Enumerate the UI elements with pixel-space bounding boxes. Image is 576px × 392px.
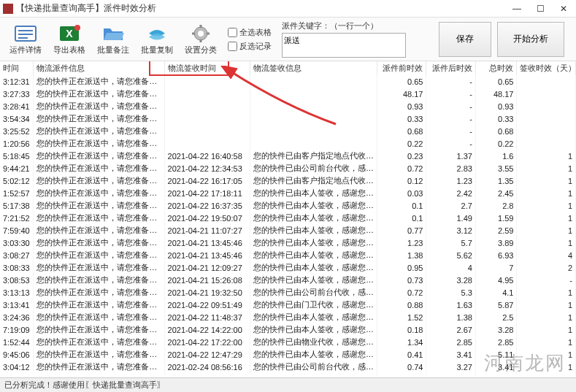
table-row[interactable]: 9:44:21您的快件正在派送中，请您准备…2021-04-22 12:34:5… [0, 162, 576, 174]
cell: 1:52:44 [0, 336, 34, 348]
cell: 1.49 [426, 212, 475, 224]
tool-remark[interactable]: 批量备注 [92, 19, 134, 60]
cell: 4 [475, 373, 517, 375]
table-row[interactable]: 1:52:57您的快件正在派送中，请您准备…2021-04-22 17:18:1… [0, 187, 576, 199]
cell: - [426, 125, 475, 137]
table-row[interactable]: 3:13:13您的快件正在派送中，请您准备…2021-04-21 19:32:5… [0, 286, 576, 299]
cell: 1 [517, 224, 576, 237]
table-row[interactable]: 1:20:56您的快件正在派送中，请您准备…0.22-0.22 [0, 137, 576, 150]
table-row[interactable]: 5:02:12您的快件正在派送中，请您准备…2021-04-22 16:17:0… [0, 174, 576, 187]
cell: 0.93 [475, 100, 517, 112]
table-row[interactable]: 3:25:52您的快件正在派送中，请您准备…0.68-0.68 [0, 125, 576, 137]
table-row[interactable]: 3:54:34您的快件正在派送中，请您准备…0.33-0.33 [0, 112, 576, 125]
app-icon [3, 4, 13, 14]
col-sign[interactable]: 签收时效（天） [517, 61, 576, 75]
cell: 3:08:27 [0, 249, 34, 261]
detail-icon [13, 23, 38, 45]
cell: 1 [517, 286, 576, 299]
table-row[interactable]: 3:08:27您的快件正在派送中，请您准备…2021-04-21 13:45:4… [0, 249, 576, 261]
table-row[interactable]: 1:52:44您的快件正在派送中，请您准备…2021-04-22 17:22:0… [0, 336, 576, 348]
cell: 3:08:33 [0, 261, 34, 274]
table-row[interactable]: 3:03:30您的快件正在派送中，请您准备…2021-04-21 13:45:4… [0, 237, 576, 249]
col-post[interactable]: 派件后时效 [426, 61, 475, 75]
cell: 您的快件已由本人签收，感谢您… [250, 261, 377, 274]
tool-copy[interactable]: 批量复制 [136, 19, 178, 60]
table-row[interactable]: 9:15:41您的快件正在派送中，请您准备…2021-02-24 12:32:2… [0, 373, 576, 375]
table-row[interactable]: 3:08:33您的快件正在派送中，请您准备…2021-04-21 12:09:2… [0, 261, 576, 274]
cell: 3.55 [475, 162, 517, 174]
keyword-label: 派件关键字：（一行一个） [282, 20, 406, 31]
data-grid[interactable]: 时间 物流派件信息 物流签收时间 物流签收信息 派件前时效 派件后时效 总时效 … [0, 61, 576, 375]
cell: 2021-04-22 16:37:35 [164, 199, 250, 212]
cell: 0.73 [377, 274, 426, 286]
cell: 0.22 [475, 137, 517, 150]
cell: 您的快件正在派送中，请您准备… [34, 112, 164, 125]
cell: 5.62 [426, 249, 475, 261]
cell: 3:54:34 [0, 112, 34, 125]
select-all-check[interactable]: 全选表格 [228, 27, 272, 38]
cell: 2.85 [426, 336, 475, 348]
cell [517, 125, 576, 137]
maximize-button[interactable]: ☐ [535, 4, 545, 14]
cell: 2021-04-22 16:40:58 [164, 150, 250, 162]
tool-label: 批量复制 [141, 45, 173, 55]
close-button[interactable]: ✕ [558, 4, 569, 14]
save-button[interactable]: 保存 [439, 22, 491, 57]
header-row: 时间 物流派件信息 物流签收时间 物流签收信息 派件前时效 派件后时效 总时效 … [0, 61, 576, 75]
table-row[interactable]: 3:12:31您的快件正在派送中，请您准备…0.65-0.65 [0, 75, 576, 88]
cell: 0.93 [377, 100, 426, 112]
table-row[interactable]: 3:28:41您的快件正在派送中，请您准备…0.93-0.93 [0, 100, 576, 112]
cell: 您的快件正在派送中，请您准备… [34, 125, 164, 137]
keyword-textarea[interactable] [282, 33, 406, 58]
col-receive-info[interactable]: 物流签收信息 [250, 61, 377, 75]
tool-detail[interactable]: 运件详情 [4, 19, 47, 60]
reverse-label: 反选记录 [239, 41, 272, 52]
cell: 1.23 [426, 174, 475, 187]
cell: 您的快件正在派送中，请您准备… [34, 212, 164, 224]
tool-category[interactable]: 设置分类 [180, 19, 222, 60]
col-pre[interactable]: 派件前时效 [377, 61, 426, 75]
cell [164, 125, 250, 137]
table-row[interactable]: 3:08:53您的快件正在派送中，请您准备…2021-04-21 15:26:0… [0, 274, 576, 286]
table-row[interactable]: 3:13:41您的快件正在派送中，请您准备…2021-04-22 09:51:4… [0, 299, 576, 311]
table-row[interactable]: 7:19:09您的快件正在派送中，请您准备…2021-04-22 14:22:0… [0, 323, 576, 336]
tool-export[interactable]: X 导出表格 [48, 19, 91, 60]
cell: 3.41 [475, 361, 517, 373]
reverse-check[interactable]: 反选记录 [228, 41, 272, 52]
cell: 2021-02-24 08:56:16 [164, 361, 250, 373]
table-row[interactable]: 5:17:38您的快件正在派送中，请您准备…2021-04-22 16:37:3… [0, 199, 576, 212]
cell: 48.17 [475, 88, 517, 100]
cell [517, 137, 576, 150]
cell: 0.68 [377, 125, 426, 137]
table-row[interactable]: 7:21:52您的快件正在派送中，请您准备…2021-04-22 19:50:0… [0, 212, 576, 224]
table-row[interactable]: 3:24:36您的快件正在派送中，请您准备…2021-04-22 11:48:3… [0, 311, 576, 323]
cell [164, 100, 250, 112]
cell: 您的快件已由本人签收，感谢您… [250, 323, 377, 336]
cell: 5.87 [475, 299, 517, 311]
cell: 2.5 [475, 311, 517, 323]
start-analyze-button[interactable]: 开始分析 [497, 22, 564, 57]
cell: 0.03 [377, 187, 426, 199]
cell: 2 [517, 261, 576, 274]
cell: 3:08:53 [0, 274, 34, 286]
table-row[interactable]: 9:45:06您的快件正在派送中，请您准备…2021-04-22 12:47:2… [0, 348, 576, 361]
table-row[interactable]: 7:59:40您的快件正在派送中，请您准备…2021-04-21 11:07:2… [0, 224, 576, 237]
cell: 1.23 [377, 237, 426, 249]
cell: 9:44:21 [0, 162, 34, 174]
col-receive-time[interactable]: 物流签收时间 [164, 61, 250, 75]
col-logistics-info[interactable]: 物流派件信息 [34, 61, 164, 75]
gear-icon [188, 23, 213, 45]
cell: 1 [517, 361, 576, 373]
reverse-checkbox[interactable] [228, 42, 237, 51]
table-row[interactable]: 5:18:45您的快件正在派送中，请您准备…2021-04-22 16:40:5… [0, 150, 576, 162]
select-all-checkbox[interactable] [228, 28, 237, 37]
table-row[interactable]: 3:04:12您的快件正在派送中，请您准备…2021-02-24 08:56:1… [0, 361, 576, 373]
cell: 3.28 [426, 274, 475, 286]
minimize-button[interactable]: — [512, 4, 522, 14]
table-row[interactable]: 3:27:33您的快件正在派送中，请您准备…48.17-48.17 [0, 88, 576, 100]
cell: 5.11 [475, 348, 517, 361]
cell: 2.67 [426, 323, 475, 336]
col-total[interactable]: 总时效 [475, 61, 517, 75]
cell: - [426, 88, 475, 100]
col-time[interactable]: 时间 [0, 61, 34, 75]
